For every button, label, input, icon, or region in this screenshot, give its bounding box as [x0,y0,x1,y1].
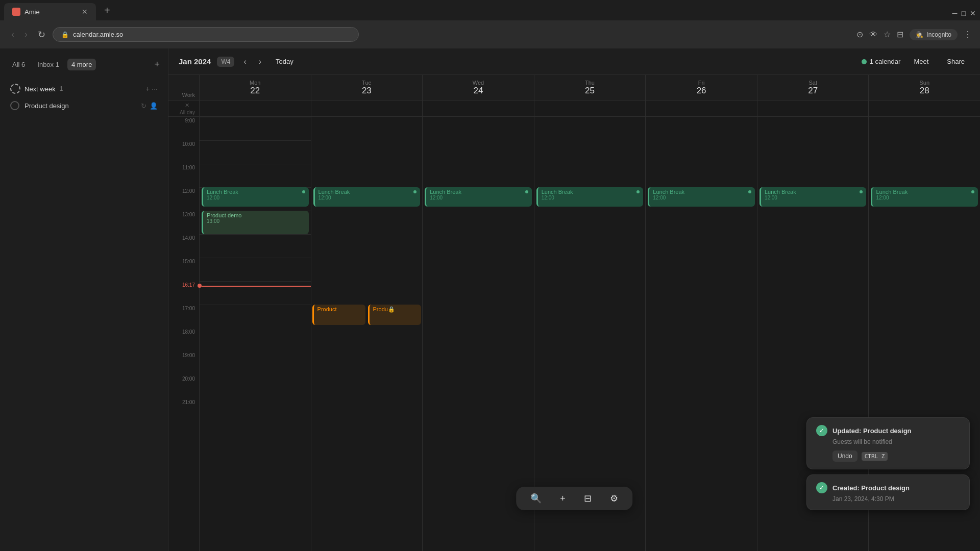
next-week-button[interactable]: › [256,56,264,67]
day-num-sat: 27 [808,86,818,96]
layout-toolbar-button[interactable]: ⊟ [580,491,596,506]
task-group-add-button[interactable]: + [145,85,150,93]
settings-toolbar-button[interactable]: ⚙ [606,491,622,506]
day-col-thu[interactable]: Lunch Break 12:00 [534,117,646,551]
meet-button[interactable]: Meet [909,56,934,67]
all-day-cell-mon[interactable] [199,101,311,116]
day-num-sun: 28 [920,86,929,96]
more-options-icon[interactable]: ⋮ [964,30,972,39]
eye-slash-icon[interactable]: 👁 [869,30,877,39]
toast-header: ✓ Updated: Product design [816,425,960,436]
toast-undo-button[interactable]: Undo [832,450,857,462]
search-toolbar-button[interactable]: 🔍 [526,491,546,506]
time-label-15: 15:00 [168,258,199,281]
today-button[interactable]: Today [271,56,299,67]
all-day-cell-fri[interactable] [645,101,757,116]
toast-updated: ✓ Updated: Product design Guests will be… [806,417,970,469]
day-num-thu: 25 [585,86,595,96]
sidebar-add-button[interactable]: + [154,59,160,70]
tab-close-button[interactable]: ✕ [82,8,88,16]
active-tab[interactable]: Amie ✕ [4,3,96,20]
event-lunch-tue[interactable]: Lunch Break 12:00 [313,187,421,207]
event-lunch-fri[interactable]: Lunch Break 12:00 [648,187,755,207]
sidebar-nav-inbox[interactable]: Inbox 1 [33,59,63,70]
address-bar[interactable]: 🔒 calendar.amie.so [53,27,359,42]
incognito-label: Incognito [926,31,951,38]
event-title: Lunch Break [765,189,796,195]
task-assign-icon: 👤 [150,102,158,110]
time-label-12: 12:00 [168,187,199,211]
day-num-fri: 26 [697,86,706,96]
task-recur-icon: ↻ [141,102,146,110]
event-lunch-sun[interactable]: Lunch Break 12:00 [871,187,978,207]
task-group-label: Next week [24,85,56,93]
day-name-sat: Sat [808,80,817,86]
time-label-14: 14:00 [168,234,199,258]
event-lunch-mon[interactable]: Lunch Break 12:00 [202,187,309,207]
day-col-wed[interactable]: Lunch Break 12:00 [422,117,534,551]
task-group: Next week 1 + ··· Product design ↻ 👤 [8,81,160,114]
all-day-cell-thu[interactable] [534,101,646,116]
task-item[interactable]: Product design ↻ 👤 [8,97,160,114]
day-header-wed: Wed 24 [422,75,534,100]
add-toolbar-button[interactable]: + [556,491,570,506]
forward-button[interactable]: › [21,27,31,42]
sidebar-nav-all[interactable]: All 6 [8,59,29,70]
event-product-demo-mon[interactable]: Product demo 13:00 [202,211,309,234]
week-badge: W4 [217,57,234,67]
new-tab-button[interactable]: + [98,3,116,18]
event-time-demo: 13:00 [207,218,305,224]
event-lunch-wed[interactable]: Lunch Break 12:00 [425,187,532,207]
all-day-cell-tue[interactable] [311,101,423,116]
day-name-tue: Tue [362,80,372,86]
share-button[interactable]: Share [942,56,970,67]
event-lunch-sat[interactable]: Lunch Break 12:00 [760,187,867,207]
calendar-title: Jan 2024 [179,57,211,66]
time-label-20: 20:00 [168,375,199,398]
task-checkbox[interactable] [10,101,19,110]
event-product-1-tue[interactable]: Product [312,305,365,325]
close-window-button[interactable]: ✕ [970,9,976,17]
sidebar-nav: All 6 Inbox 1 4 more + [8,57,160,72]
event-indicator [636,190,640,193]
maximize-button[interactable]: □ [962,9,966,17]
calendar-color-dot [862,59,867,64]
event-time: 12:00 [207,195,305,201]
event-indicator [525,190,528,193]
time-label-21: 21:00 [168,398,199,422]
day-col-fri[interactable]: Lunch Break 12:00 [645,117,757,551]
minimize-button[interactable]: ─ [952,9,958,17]
star-icon[interactable]: ☆ [884,30,891,39]
prev-week-button[interactable]: ‹ [240,56,249,67]
day-col-tue[interactable]: Lunch Break 12:00 Product Produ🔒 [311,117,423,551]
day-name-mon: Mon [250,80,260,86]
time-label-10: 10:00 [168,140,199,164]
calendar-header: Jan 2024 W4 ‹ › Today 1 calendar Meet Sh… [168,48,980,75]
sidebar-nav-more[interactable]: 4 more [67,59,96,70]
event-title: Lunch Break [653,189,684,195]
event-product-2-tue[interactable]: Produ🔒 [368,305,422,325]
day-name-wed: Wed [473,80,484,86]
sidebar-icon[interactable]: ⊟ [897,30,903,39]
work-label: Work [182,92,195,98]
event-time: 12:00 [876,195,974,201]
reload-button[interactable]: ↻ [35,27,48,42]
screen-cast-icon[interactable]: ⊙ [856,30,863,39]
day-col-mon[interactable]: Lunch Break 12:00 Product demo 13:00 [199,117,311,551]
back-button[interactable]: ‹ [8,27,17,42]
event-time: 12:00 [318,195,417,201]
sidebar: All 6 Inbox 1 4 more + Next week 1 + ···… [0,48,168,551]
task-item-actions: ↻ 👤 [141,102,158,110]
all-day-toggle-button[interactable]: ✕ [185,102,189,109]
day-header-sat: Sat 27 [757,75,869,100]
day-header-sun: Sun 28 [868,75,980,100]
incognito-icon: 🕵 [916,31,923,38]
time-label-19: 19:00 [168,352,199,375]
task-group-more-button[interactable]: ··· [152,85,158,93]
event-lunch-thu[interactable]: Lunch Break 12:00 [536,187,644,207]
all-day-cell-sat[interactable] [757,101,869,116]
all-day-cell-sun[interactable] [868,101,980,116]
incognito-badge: 🕵 Incognito [910,29,958,40]
all-day-cell-wed[interactable] [422,101,534,116]
task-group-count: 1 [60,85,63,92]
